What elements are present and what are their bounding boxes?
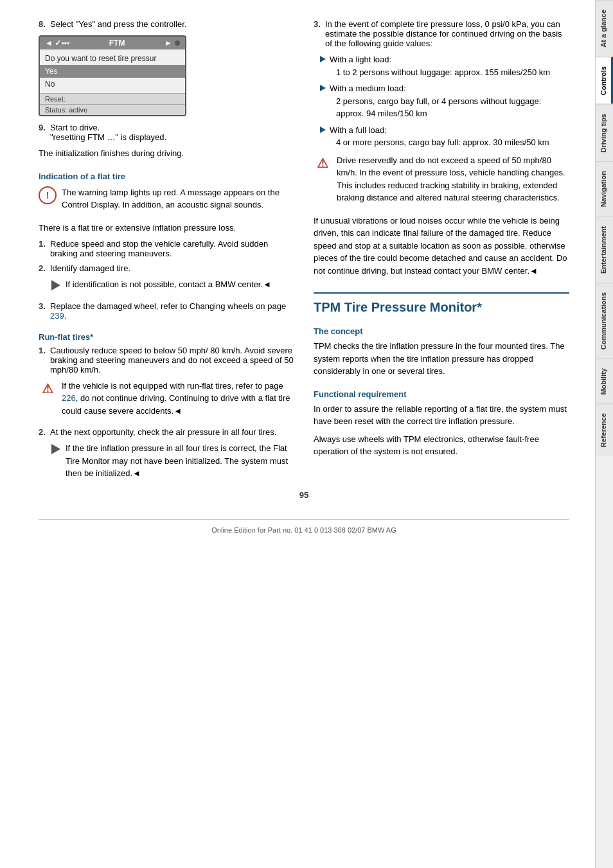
- step-9-content: Start to drive. "resetting FTM …" is dis…: [50, 123, 294, 142]
- flat-step-3-number: 3.: [39, 301, 50, 311]
- run-flat-step-1-text: Cautiously reduce speed to below 50 mph/…: [50, 346, 294, 375]
- screen-footer-reset: Reset:: [40, 93, 185, 104]
- run-flat-step-1-number: 1.: [39, 346, 50, 355]
- screen-header-right: ►: [164, 39, 172, 48]
- bullet-triangle-full: [320, 127, 326, 133]
- right-warning-icon-1: ⚠: [314, 154, 332, 172]
- bullet-full-load: With a full load: 4 or more persons, car…: [320, 124, 569, 149]
- bullet-light-content: With a light load: 1 to 2 persons withou…: [330, 53, 569, 78]
- note-triangle-icon: [51, 280, 60, 290]
- flat-step-3-end: .: [64, 311, 67, 321]
- flat-step-3-link[interactable]: 239: [50, 311, 64, 321]
- flat-tire-para: There is a flat tire or extensive inflat…: [39, 222, 294, 235]
- flat-step-1-text: Reduce speed and stop the vehicle carefu…: [50, 239, 268, 258]
- bullet-light-sub: 1 to 2 persons without luggage: approx. …: [336, 66, 550, 79]
- tab-navigation[interactable]: Navigation: [596, 161, 613, 216]
- run-flat-step-2-number: 2.: [39, 427, 50, 437]
- screen-row-question: Do you want to reset tire pressur: [40, 52, 185, 65]
- warning-lamp-icon: !: [39, 186, 57, 204]
- right-warning-text-1: Drive reservedly and do not exceed a spe…: [337, 154, 569, 204]
- bullet-medium-content: With a medium load: 2 persons, cargo bay…: [330, 82, 569, 120]
- screen-row-yes: Yes: [40, 65, 185, 78]
- run-flat-warning-text: If the vehicle is not equipped with run-…: [62, 380, 294, 418]
- step-8-number: 8.: [39, 19, 50, 29]
- bullet-medium-sub: 2 persons, cargo bay full, or 4 persons …: [336, 95, 569, 120]
- tab-reference[interactable]: Reference: [596, 403, 613, 456]
- right-step-3-text: In the event of complete tire pressure l…: [325, 19, 562, 48]
- screen-header: ◄ ✓▪▪▪ FTM ►: [40, 37, 185, 49]
- flat-step-2-number: 2.: [39, 263, 50, 273]
- concept-heading: The concept: [314, 326, 569, 336]
- run-flat-warning-pre: If the vehicle is not equipped with run-…: [62, 381, 283, 391]
- run-flat-warning-link[interactable]: 226: [62, 393, 76, 403]
- screen-row-no: No: [40, 78, 185, 91]
- flat-step-2-note-box: If identification is not possible, conta…: [51, 278, 294, 296]
- flat-tire-heading: Indication of a flat tire: [39, 172, 294, 181]
- screen-dot: [175, 40, 180, 46]
- flat-tire-warning-text: The warning lamp lights up red. A messag…: [62, 186, 294, 211]
- run-flat-note-text: If the tire inflation pressure in all fo…: [66, 442, 294, 480]
- screen-body: Do you want to reset tire pressur Yes No: [40, 49, 185, 93]
- flat-tire-warning-box: ! The warning lamp lights up red. A mess…: [39, 186, 294, 217]
- run-flat-step-2-content: At the next opportunity, check the air p…: [50, 427, 294, 437]
- right-step-3-content: In the event of complete tire pressure l…: [325, 19, 569, 48]
- initialization-note: The initialization finishes during drivi…: [39, 147, 294, 160]
- screen-mockup: ◄ ✓▪▪▪ FTM ► Do you want to reset tire p…: [39, 35, 186, 116]
- flat-step-2-content: Identify damaged tire.: [50, 263, 294, 273]
- screen-header-center: FTM: [109, 39, 125, 48]
- run-flat-step-1-content: Cautiously reduce speed to below 50 mph/…: [50, 346, 294, 375]
- tab-mobility[interactable]: Mobility: [596, 359, 613, 404]
- sidebar-tabs: At a glance Controls Driving tips Naviga…: [595, 0, 613, 868]
- tab-communications[interactable]: Communications: [596, 283, 613, 359]
- step-8-content: Select "Yes" and press the controller.: [50, 19, 294, 29]
- functional-heading: Functional requirement: [314, 389, 569, 399]
- run-flat-step-1: 1. Cautiously reduce speed to below 50 m…: [39, 346, 294, 375]
- flat-step-1: 1. Reduce speed and stop the vehicle car…: [39, 239, 294, 258]
- right-warning-box-1: ⚠ Drive reservedly and do not exceed a s…: [314, 154, 569, 209]
- step-8-text: Select "Yes" and press the controller.: [50, 19, 187, 29]
- bullet-full-sub: 4 or more persons, cargo bay full: appro…: [336, 136, 549, 149]
- run-flat-warning-icon: ⚠: [39, 380, 57, 398]
- run-flat-warning-post: , do not continue driving. Continuing to…: [62, 393, 290, 416]
- step-9: 9. Start to drive. "resetting FTM …" is …: [39, 123, 294, 142]
- step-9-number: 9.: [39, 123, 50, 132]
- flat-step-3: 3. Replace the damaged wheel, refer to C…: [39, 301, 294, 321]
- page-number: 95: [39, 490, 569, 500]
- flat-step-2: 2. Identify damaged tire.: [39, 263, 294, 273]
- step-9-text: Start to drive.: [50, 123, 100, 132]
- bullet-medium-load: With a medium load: 2 persons, cargo bay…: [320, 82, 569, 120]
- screen-header-left: ◄ ✓▪▪▪: [45, 39, 69, 48]
- bullet-medium-label: With a medium load:: [330, 84, 406, 93]
- run-flat-warning-box: ⚠ If the vehicle is not equipped with ru…: [39, 380, 294, 423]
- run-flat-note-triangle-icon: [51, 444, 60, 454]
- tab-at-a-glance[interactable]: At a glance: [596, 0, 613, 57]
- step-9-sub: "resetting FTM …" is displayed.: [50, 132, 166, 142]
- flat-step-2-text: Identify damaged tire.: [50, 263, 130, 273]
- right-column: 3. In the event of complete tire pressur…: [314, 19, 569, 490]
- left-column: 8. Select "Yes" and press the controller…: [39, 19, 294, 490]
- run-flat-note-box: If the tire inflation pressure in all fo…: [51, 442, 294, 485]
- tab-entertainment[interactable]: Entertainment: [596, 217, 613, 283]
- run-flat-step-2: 2. At the next opportunity, check the ai…: [39, 427, 294, 437]
- flat-step-3-content: Replace the damaged wheel, refer to Chan…: [50, 301, 294, 321]
- flat-step-2-note: If identification is not possible, conta…: [66, 278, 271, 291]
- tab-driving-tips[interactable]: Driving tips: [596, 104, 613, 162]
- right-step-3-number: 3.: [314, 19, 325, 29]
- flat-step-3-text: Replace the damaged wheel, refer to Chan…: [50, 301, 286, 311]
- bullet-triangle-light: [320, 56, 326, 62]
- bullet-full-content: With a full load: 4 or more persons, car…: [330, 124, 569, 149]
- page-footer: Online Edition for Part no. 01 41 0 013 …: [39, 519, 569, 534]
- screen-footer-status: Status: active: [40, 104, 185, 115]
- bullet-triangle-medium: [320, 85, 326, 91]
- functional-text-2: Always use wheels with TPM electronics, …: [314, 433, 569, 458]
- tab-controls[interactable]: Controls: [596, 57, 613, 104]
- step-8: 8. Select "Yes" and press the controller…: [39, 19, 294, 29]
- main-content: 8. Select "Yes" and press the controller…: [0, 0, 595, 868]
- run-flat-heading: Run-flat tires*: [39, 332, 294, 342]
- run-flat-step-2-text: At the next opportunity, check the air p…: [50, 427, 276, 437]
- functional-text-1: In order to assure the reliable reportin…: [314, 403, 569, 428]
- flat-step-1-number: 1.: [39, 239, 50, 249]
- bullet-light-load: With a light load: 1 to 2 persons withou…: [320, 53, 569, 78]
- bullet-light-label: With a light load:: [330, 55, 391, 64]
- right-warning-text-2: If unusual vibrations or loud noises occ…: [314, 215, 569, 278]
